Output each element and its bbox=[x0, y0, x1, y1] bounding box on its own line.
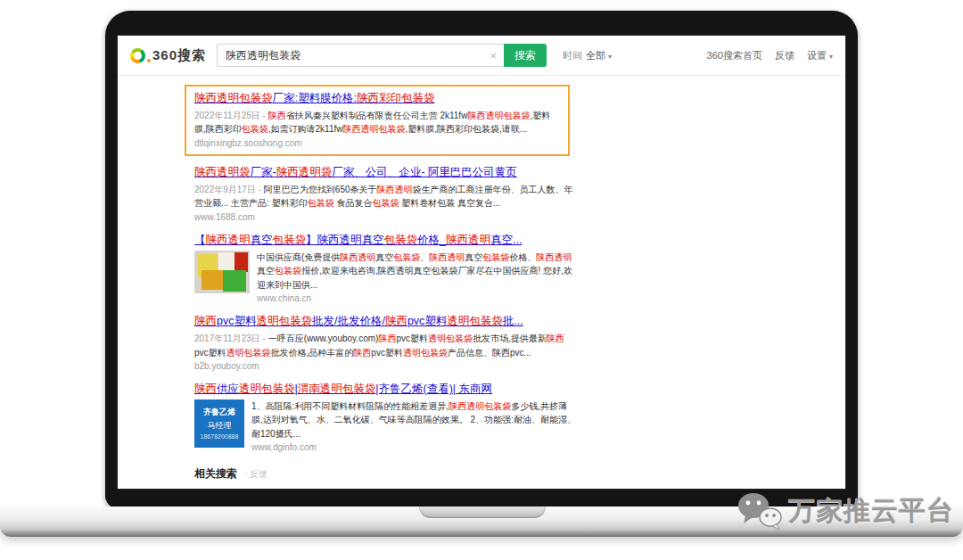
360-search-logo[interactable]: 360搜索 bbox=[130, 47, 206, 64]
search-box: × bbox=[217, 44, 504, 67]
laptop-hinge-notch bbox=[419, 506, 546, 518]
related-feedback-link[interactable]: · 反馈 bbox=[244, 469, 268, 479]
chevron-down-icon: ▾ bbox=[829, 53, 833, 61]
result-title-link[interactable]: 陕西pvc塑料透明包装袋批发/批发价格/陕西pvc塑料透明包装袋批... bbox=[194, 314, 578, 329]
result-snippet: 中国供应商(免费提供陕西透明真空包装袋、陕西透明真空包装袋价格、陕西透明真空包装… bbox=[257, 251, 578, 292]
result-title-link[interactable]: 【陕西透明真空包装袋】陕西透明真空包装袋价格_陕西透明真空... bbox=[194, 233, 578, 248]
results-list: 陕西透明包装袋厂家:塑料膜价格:陕西彩印包装袋 2022年11月25日 - 陕西… bbox=[118, 76, 617, 489]
result-title-link[interactable]: 陕西透明包装袋厂家:塑料膜价格:陕西彩印包装袋 bbox=[194, 91, 560, 106]
result-url: www.dginfo.com bbox=[251, 442, 578, 452]
thumb-bag-red bbox=[235, 252, 248, 272]
related-searches: 相关搜索· 反馈 西安彩印袋 陕西食品包装袋质量好 包装袋2025 西安包装盒 … bbox=[194, 466, 617, 489]
result-url: www.1688.com bbox=[194, 212, 578, 222]
thumb-bag-orange bbox=[202, 270, 223, 290]
time-filter-label: 时间 bbox=[563, 50, 582, 61]
chevron-down-icon: ▾ bbox=[608, 53, 612, 61]
360-logo-dot-icon bbox=[147, 59, 151, 62]
watermark: 万家推云平台 bbox=[737, 491, 954, 531]
result-url: dtlqinxingbz.sooshong.com bbox=[194, 138, 560, 148]
result-thumbnail-image[interactable] bbox=[194, 251, 250, 293]
search-button[interactable]: 搜索 bbox=[504, 44, 547, 67]
watermark-text: 万家推云平台 bbox=[788, 493, 954, 530]
result-thumbnail-card[interactable]: 齐鲁乙烯 马经理 18678200888 bbox=[194, 399, 244, 448]
settings-label: 设置 bbox=[807, 50, 827, 61]
result-3: 【陕西透明真空包装袋】陕西透明真空包装袋价格_陕西透明真空... 中国供应商(免… bbox=[194, 233, 578, 303]
wechat-icon bbox=[737, 491, 783, 531]
logo-text: 360搜索 bbox=[152, 47, 206, 64]
result-snippet: 2022年11月25日 - 陕西省扶风秦兴塑料制品有限责任公司主营 2k11fw… bbox=[194, 109, 560, 136]
time-filter-value: 全部 bbox=[586, 50, 605, 61]
laptop-screen: 360搜索 × 搜索 时间全部 ▾ 360搜索首页 反馈 设置 ▾ bbox=[118, 36, 845, 489]
result-snippet: 2022年9月17日 - 阿里巴巴为您找到650条关于陕西透明袋生产商的工商注册… bbox=[194, 183, 578, 210]
related-title-text: 相关搜索 bbox=[194, 467, 237, 480]
360-ring-icon bbox=[130, 48, 145, 63]
result-url: www.china.cn bbox=[257, 293, 578, 303]
result-title-link[interactable]: 陕西供应透明包装袋|渭南透明包装袋|齐鲁乙烯(查看)| 东商网 bbox=[194, 382, 578, 397]
thumb-phone: 18678200888 bbox=[201, 433, 239, 440]
result-5: 陕西供应透明包装袋|渭南透明包装袋|齐鲁乙烯(查看)| 东商网 齐鲁乙烯 马经理… bbox=[194, 382, 578, 452]
result-4: 陕西pvc塑料透明包装袋批发/批发价格/陕西pvc塑料透明包装袋批... 201… bbox=[194, 314, 578, 371]
result-title-link[interactable]: 陕西透明袋厂家-陕西透明袋厂家、公司、企业- 阿里巴巴公司黄页 bbox=[194, 165, 578, 180]
home-link[interactable]: 360搜索首页 bbox=[707, 49, 762, 62]
clear-search-icon[interactable]: × bbox=[488, 49, 498, 62]
search-bar: × 搜索 bbox=[217, 44, 547, 67]
search-header: 360搜索 × 搜索 时间全部 ▾ 360搜索首页 反馈 设置 ▾ bbox=[118, 36, 845, 76]
result-2: 陕西透明袋厂家-陕西透明袋厂家、公司、企业- 阿里巴巴公司黄页 2022年9月1… bbox=[194, 165, 578, 222]
time-filter-dropdown[interactable]: 时间全部 ▾ bbox=[563, 49, 612, 62]
result-snippet: 2017年11月23日 - 一呼百应(www.youboy.com)陕西pvc塑… bbox=[194, 332, 578, 359]
thumb-contact: 马经理 bbox=[208, 420, 232, 432]
screenshot-stage: 360搜索 × 搜索 时间全部 ▾ 360搜索首页 反馈 设置 ▾ bbox=[0, 0, 963, 560]
thumb-bag-green bbox=[223, 270, 246, 292]
result-snippet: 1、高阻隔:利用不同塑料材料阻隔的性能相差迥异,陕西透明包装袋多少钱,共挤薄膜,… bbox=[251, 399, 578, 441]
related-searches-title: 相关搜索· 反馈 bbox=[194, 466, 617, 482]
search-input[interactable] bbox=[226, 49, 488, 62]
result-1-highlight-box: 陕西透明包装袋厂家:塑料膜价格:陕西彩印包装袋 2022年11月25日 - 陕西… bbox=[185, 85, 570, 156]
result-url: b2b.youboy.com bbox=[194, 361, 578, 371]
header-links: 360搜索首页 反馈 设置 ▾ bbox=[707, 49, 833, 62]
feedback-link[interactable]: 反馈 bbox=[775, 49, 794, 62]
settings-dropdown[interactable]: 设置 ▾ bbox=[807, 49, 833, 62]
thumb-company: 齐鲁乙烯 bbox=[203, 407, 235, 418]
